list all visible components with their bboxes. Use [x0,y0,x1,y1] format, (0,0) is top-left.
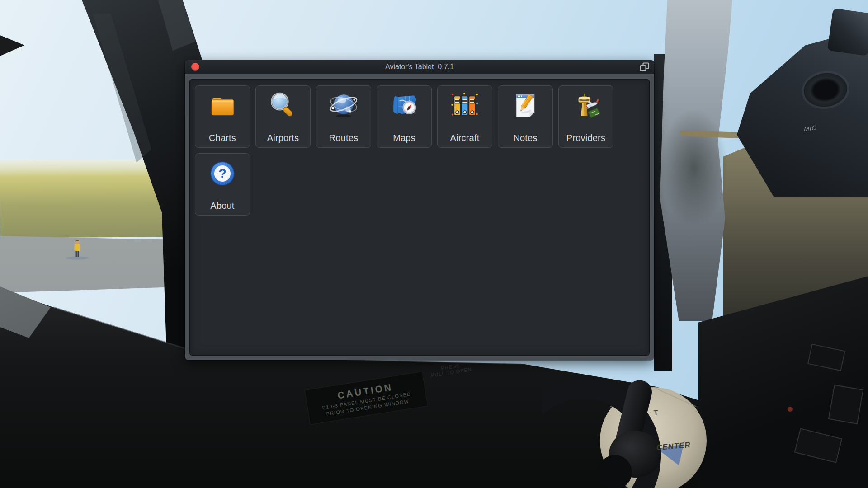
search-icon [268,91,298,121]
app-label: About [210,201,234,211]
question-mark-icon: ? [208,159,237,188]
app-routes[interactable]: Routes [316,85,371,148]
folder-icon [208,91,237,121]
control-tower-icon [571,91,601,121]
app-about[interactable]: ? About [195,153,250,216]
aviators-tablet-window: Aviator's Tablet 0.7.1 [185,60,654,360]
red-indicator [788,407,793,412]
app-label: Routes [329,133,359,143]
svg-text:?: ? [218,166,226,181]
notepad-pencil-icon [510,91,540,121]
app-airports[interactable]: Airports [255,85,311,148]
app-label: Aircraft [450,133,480,143]
app-label: Charts [209,133,236,143]
equipment-box [828,385,864,424]
window-titlebar[interactable]: Aviator's Tablet 0.7.1 [185,60,654,74]
globe-icon [329,91,359,121]
xplane-cockpit-scene: MIC [0,0,868,488]
window-title: Aviator's Tablet 0.7.1 [185,60,654,74]
window-crank-assembly[interactable] [542,361,760,488]
close-button[interactable] [191,63,199,71]
app-label: Maps [393,133,415,143]
map-compass-icon [389,91,419,121]
app-label: Airports [267,133,299,143]
app-maps[interactable]: Maps [377,85,432,148]
app-label: Notes [513,133,537,143]
tablet-home-panel: Charts [189,79,650,356]
app-notes[interactable]: Notes [498,85,553,148]
popout-window-button[interactable] [639,62,650,72]
app-charts[interactable]: Charts [195,85,250,148]
app-providers[interactable]: Providers [558,85,613,148]
crank-placard-partial: T [653,409,659,418]
app-grid: Charts [189,79,650,221]
app-label: Providers [566,133,605,143]
app-aircraft[interactable]: Aircraft [437,85,492,148]
binders-icon [450,91,480,121]
